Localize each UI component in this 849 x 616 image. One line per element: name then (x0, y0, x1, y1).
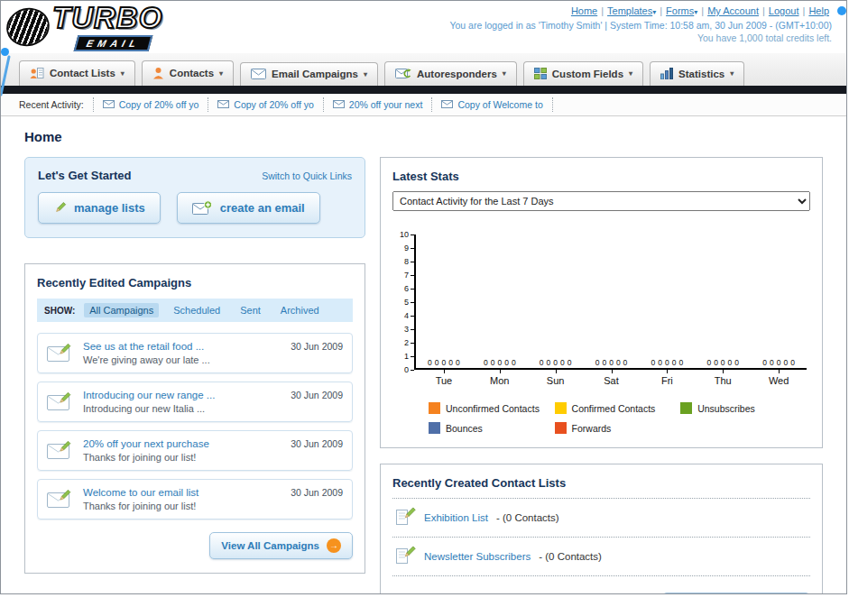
tab-contact-lists[interactable]: Contact Lists▾ (19, 60, 135, 86)
y-tick-label: 5 (396, 298, 414, 307)
switch-quick-links-link[interactable]: Switch to Quick Links (262, 170, 352, 181)
x-axis-label: Sat (584, 370, 640, 386)
top-link-templates[interactable]: Templates ▾ (607, 5, 656, 16)
contact-list-count: - (0 Contacts) (496, 512, 559, 523)
contact-list-link[interactable]: Exhibition List (424, 512, 488, 523)
campaign-title-link[interactable]: Introducing our new range ... (83, 390, 281, 400)
tab-contacts[interactable]: Contacts▾ (142, 60, 234, 86)
turbo-email-logo: TURBO EMAIL (8, 3, 162, 51)
see-all-contact-lists-button[interactable]: See All Contact Lists → (662, 593, 810, 594)
bar-value-label: 0 (609, 358, 614, 367)
chart-bar-group: 00000 (584, 358, 640, 368)
legend-label: Forwards (572, 423, 612, 434)
filter-all-campaigns[interactable]: All Campaigns (84, 303, 159, 317)
legend-item: Forwards (555, 422, 681, 434)
tab-custom-fields[interactable]: Custom Fields▾ (523, 61, 643, 86)
recent-activity-link[interactable]: Copy of 20% off yo (234, 99, 314, 110)
recent-activity-link[interactable]: 20% off your next (349, 99, 423, 110)
recent-activity-link[interactable]: Copy of Welcome to (457, 99, 542, 110)
create-email-button[interactable]: create an email (177, 192, 320, 224)
bar-value-label: 0 (484, 358, 488, 367)
bar-value-label: 0 (540, 358, 544, 367)
legend-swatch (429, 422, 440, 434)
app-page: TURBO EMAIL Home|Templates ▾|Forms ▾|My … (0, 0, 847, 594)
separator: | (660, 5, 662, 16)
campaign-date: 30 Jun 2009 (291, 438, 343, 449)
envelope-icon (333, 99, 345, 110)
campaign-filter-bar: SHOW: All CampaignsScheduledSentArchived (37, 299, 353, 322)
x-axis-label: Fri (639, 370, 695, 386)
legend-swatch (680, 402, 692, 414)
tab-email-campaigns[interactable]: Email Campaigns▾ (240, 62, 378, 86)
y-tick-label: 1 (396, 352, 414, 361)
recent-activity-item: Copy of Welcome to (432, 97, 552, 112)
envelope-pencil-icon (47, 342, 74, 365)
bar-value-label: 0 (790, 358, 795, 367)
contact-list-link[interactable]: Newsletter Subscribers (424, 551, 531, 562)
get-started-panel: Let's Get Started Switch to Quick Links … (24, 157, 365, 238)
y-tick-label: 0 (396, 365, 414, 374)
tab-label: Contacts (170, 68, 214, 78)
legend-label: Confirmed Contacts (572, 403, 656, 414)
campaign-title-link[interactable]: See us at the retail food ... (83, 341, 281, 352)
campaign-row: Welcome to our email listThanks for join… (37, 479, 353, 519)
page-title: Home (24, 129, 823, 144)
logo-title: TURBO (52, 3, 162, 34)
get-started-title: Let's Get Started (38, 169, 132, 182)
campaign-date: 30 Jun 2009 (291, 487, 343, 498)
chevron-down-icon: ▾ (629, 69, 632, 78)
top-link-logout[interactable]: Logout (769, 5, 799, 16)
filter-archived[interactable]: Archived (275, 303, 325, 317)
autoresponders-icon (395, 68, 411, 79)
logo-subtitle: EMAIL (74, 35, 153, 51)
bar-value-label: 0 (491, 358, 495, 367)
envelope-pencil-icon (47, 391, 74, 414)
custom-fields-icon (534, 68, 547, 79)
separator: | (803, 5, 806, 16)
main-nav: Contact Lists▾Contacts▾Email Campaigns▾A… (1, 53, 846, 86)
campaign-date: 30 Jun 2009 (291, 390, 343, 400)
legend-swatch (555, 422, 567, 434)
tab-label: Autoresponders (417, 69, 497, 79)
x-axis-label: Mon (472, 370, 528, 386)
bar-value-label: 0 (456, 358, 460, 367)
envelope-icon (103, 99, 115, 110)
chart-bar-group: 00000 (528, 358, 584, 368)
arrow-icon: → (327, 538, 341, 553)
bar-value-label: 0 (734, 358, 739, 367)
bar-value-label: 0 (672, 358, 677, 367)
recent-activity-link[interactable]: Copy of 20% off yo (119, 99, 199, 110)
manage-lists-label: manage lists (74, 201, 145, 215)
manage-lists-button[interactable]: manage lists (38, 192, 161, 224)
y-tick-label: 9 (396, 244, 414, 253)
stats-period-select[interactable]: Contact Activity for the Last 7 Days (392, 191, 810, 211)
top-link-my-account[interactable]: My Account (707, 5, 759, 16)
top-link-forms[interactable]: Forms ▾ (666, 5, 697, 16)
filter-sent[interactable]: Sent (235, 303, 266, 317)
contact-lists-title: Recently Created Contact Lists (392, 476, 810, 499)
legend-item: Unsubscribes (680, 402, 807, 414)
bar-value-label: 0 (777, 358, 781, 367)
campaign-row: 20% off your next purchaseThanks for joi… (37, 430, 353, 471)
bar-value-label: 0 (651, 358, 656, 367)
bar-value-label: 0 (602, 358, 606, 367)
top-link-help[interactable]: Help (808, 5, 829, 16)
tab-autoresponders[interactable]: Autoresponders▾ (384, 61, 517, 86)
bar-value-label: 0 (678, 358, 683, 367)
bar-value-label: 0 (448, 358, 453, 367)
campaign-title-link[interactable]: 20% off your next purchase (83, 438, 281, 449)
bar-value-label: 0 (547, 358, 551, 367)
chevron-down-icon: ▾ (730, 69, 734, 78)
legend-label: Unconfirmed Contacts (446, 403, 540, 414)
campaigns-title: Recently Edited Campaigns (37, 276, 353, 290)
chart-legend: Unconfirmed ContactsConfirmed ContactsUn… (429, 402, 810, 434)
view-all-campaigns-button[interactable]: View All Campaigns → (209, 532, 353, 559)
widget-dot-icon[interactable] (837, 6, 846, 15)
tab-statistics[interactable]: Statistics▾ (650, 61, 744, 86)
campaign-title-link[interactable]: Welcome to our email list (83, 487, 281, 498)
nav-divider-bar (1, 86, 846, 94)
contact-list-items: Exhibition List - (0 Contacts)Newsletter… (392, 499, 810, 576)
top-link-home[interactable]: Home (571, 5, 597, 16)
campaign-text: Welcome to our email listThanks for join… (83, 487, 281, 511)
filter-scheduled[interactable]: Scheduled (168, 303, 226, 317)
